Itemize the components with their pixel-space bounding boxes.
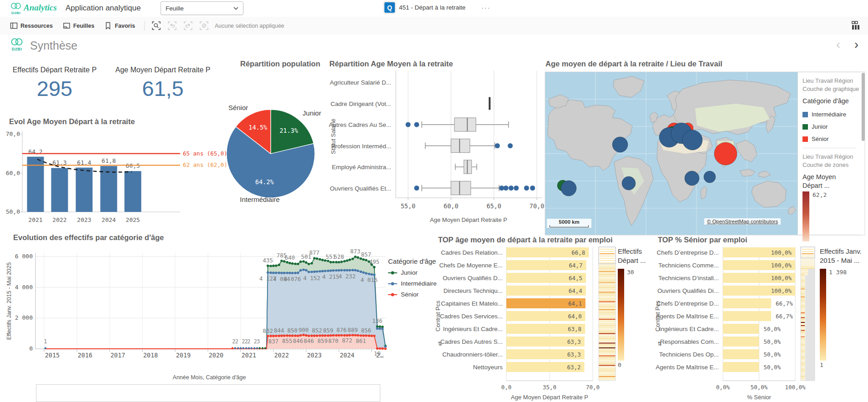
senior-dot[interactable]	[338, 334, 340, 337]
junior-dot[interactable]	[376, 325, 378, 327]
junior-dot[interactable]	[313, 257, 315, 259]
intermediaire-dot[interactable]	[288, 272, 291, 274]
senior-dot[interactable]	[362, 334, 364, 337]
hbar[interactable]	[723, 337, 759, 347]
hbar[interactable]	[723, 311, 771, 321]
senior-dot[interactable]	[303, 334, 305, 336]
junior-dot[interactable]	[275, 264, 277, 266]
junior-dot[interactable]	[286, 261, 288, 263]
map-canvas[interactable]	[545, 72, 797, 235]
senior-dot[interactable]	[370, 335, 373, 337]
outlier-dot[interactable]	[524, 186, 529, 191]
intermediaire-dot[interactable]	[272, 271, 274, 274]
intermediaire-dot[interactable]	[381, 327, 384, 330]
senior-dot[interactable]	[340, 334, 343, 337]
outlier-dot[interactable]	[508, 143, 513, 148]
map-attribution[interactable]: © OpenStreetMap contributors	[704, 218, 781, 225]
senior-dot[interactable]	[321, 334, 323, 337]
senior-dot[interactable]	[308, 335, 310, 337]
junior-dot[interactable]	[267, 265, 269, 267]
junior-dot[interactable]	[332, 261, 334, 263]
heat-strip[interactable]	[801, 247, 815, 381]
senior-dot[interactable]	[275, 335, 277, 337]
legend-item-senior[interactable]: Sénior	[388, 291, 438, 298]
map-bubble-blue[interactable]	[704, 171, 716, 183]
bar-2023[interactable]	[76, 168, 93, 212]
area-mini-navigator[interactable]	[36, 384, 380, 402]
intermediaire-dot[interactable]	[311, 271, 313, 273]
intermediaire-dot[interactable]	[294, 272, 297, 274]
box[interactable]	[451, 139, 470, 153]
junior-dot[interactable]	[297, 263, 299, 265]
senior-dot[interactable]	[299, 334, 302, 337]
senior-dot[interactable]	[272, 335, 274, 337]
junior-dot[interactable]	[346, 259, 348, 261]
outlier-dot[interactable]	[509, 186, 514, 191]
senior-dot[interactable]	[368, 335, 370, 337]
senior-dot[interactable]	[324, 334, 326, 337]
junior-dot[interactable]	[348, 258, 351, 261]
intermediaire-dot[interactable]	[343, 269, 346, 271]
senior-dot[interactable]	[373, 335, 375, 337]
outlier-dot[interactable]	[414, 122, 419, 127]
senior-dot[interactable]	[288, 334, 291, 337]
senior-dot[interactable]	[335, 334, 338, 337]
junior-dot[interactable]	[338, 261, 340, 263]
outlier-dot[interactable]	[530, 186, 535, 191]
senior-dot[interactable]	[316, 334, 318, 337]
junior-dot[interactable]	[357, 256, 359, 259]
senior-dot[interactable]	[348, 334, 351, 337]
intermediaire-dot[interactable]	[346, 269, 348, 271]
junior-dot[interactable]	[272, 265, 274, 267]
senior-dot[interactable]	[346, 334, 348, 337]
intermediaire-dot[interactable]	[291, 272, 293, 274]
intermediaire-dot[interactable]	[275, 271, 277, 274]
senior-dot[interactable]	[329, 334, 332, 337]
senior-dot[interactable]	[378, 347, 381, 350]
intermediaire-dot[interactable]	[303, 268, 305, 271]
outlier-dot[interactable]	[414, 186, 419, 191]
junior-dot[interactable]	[308, 263, 310, 265]
hbar[interactable]	[723, 324, 759, 334]
map-bubble-blue[interactable]	[622, 176, 636, 190]
intermediaire-dot[interactable]	[297, 271, 299, 274]
senior-dot[interactable]	[278, 335, 280, 337]
senior-dot[interactable]	[311, 335, 313, 337]
intermediaire-dot[interactable]	[327, 270, 329, 272]
intermediaire-dot[interactable]	[348, 269, 351, 271]
map-bubble-blue[interactable]	[561, 181, 576, 196]
senior-dot[interactable]	[360, 334, 362, 337]
intermediaire-dot[interactable]	[370, 273, 373, 276]
outlier-dot[interactable]	[504, 186, 509, 191]
intermediaire-dot[interactable]	[286, 271, 288, 274]
intermediaire-dot[interactable]	[319, 270, 321, 272]
bar-2022[interactable]	[51, 168, 68, 212]
outlier-dot[interactable]	[514, 186, 519, 191]
junior-dot[interactable]	[321, 259, 323, 261]
outlier-dot[interactable]	[499, 186, 504, 191]
heat-strip[interactable]	[599, 247, 616, 381]
junior-dot[interactable]	[373, 266, 375, 268]
intermediaire-dot[interactable]	[267, 271, 269, 274]
senior-dot[interactable]	[332, 334, 334, 337]
senior-dot[interactable]	[357, 334, 359, 337]
intermediaire-dot[interactable]	[362, 271, 364, 274]
intermediaire-dot[interactable]	[360, 271, 362, 273]
intermediaire-dot[interactable]	[368, 273, 370, 275]
senior-dot[interactable]	[354, 334, 356, 336]
junior-dot[interactable]	[305, 261, 307, 264]
junior-dot[interactable]	[316, 257, 318, 260]
intermediaire-dot[interactable]	[316, 270, 318, 272]
junior-dot[interactable]	[329, 261, 332, 263]
box[interactable]	[451, 181, 470, 195]
map-legend-item-junior[interactable]: Junior	[802, 123, 861, 130]
junior-dot[interactable]	[335, 261, 338, 263]
intermediaire-dot[interactable]	[352, 269, 354, 271]
senior-dot[interactable]	[313, 335, 315, 337]
senior-dot[interactable]	[291, 335, 293, 337]
hbar[interactable]	[723, 362, 759, 372]
junior-dot[interactable]	[311, 262, 313, 264]
hbar[interactable]	[723, 298, 771, 308]
intermediaire-dot[interactable]	[313, 271, 315, 273]
map-legend-item-senior[interactable]: Sénior	[802, 136, 861, 142]
